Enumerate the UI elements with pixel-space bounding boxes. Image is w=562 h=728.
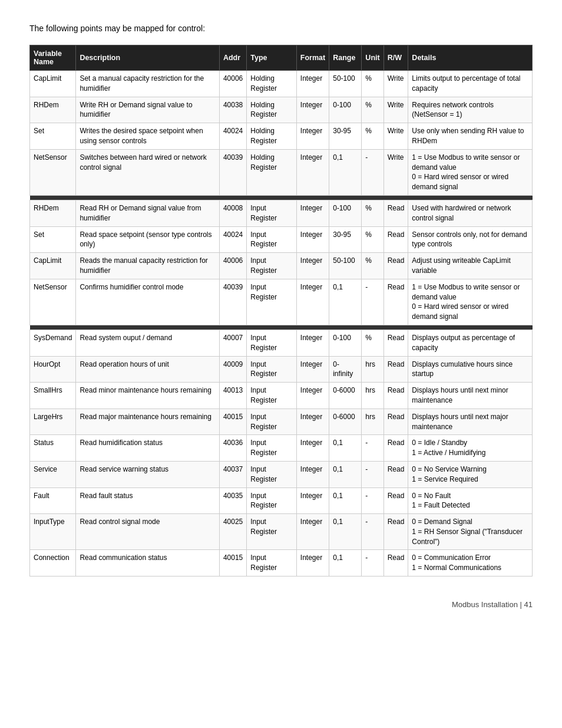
cell-range: 50-100 (329, 71, 362, 97)
header-unit: Unit (362, 45, 384, 71)
cell-range: 0,1 (329, 487, 362, 514)
table-row: CapLimitReads the manual capacity restri… (30, 253, 533, 279)
cell-description: Read major maintenance hours remaining (76, 409, 220, 435)
cell-unit: - (362, 487, 384, 514)
table-row: HourOptRead operation hours of unit40009… (30, 356, 533, 383)
cell-range: 0-infinity (329, 356, 362, 383)
cell-format: Integer (296, 71, 329, 97)
cell-addr: 40024 (219, 123, 246, 150)
cell-description: Read system ouput / demand (76, 330, 220, 356)
cell-var-name: CapLimit (30, 71, 76, 97)
cell-var-name: SysDemand (30, 330, 76, 356)
cell-unit: % (362, 330, 384, 356)
cell-description: Read service warning status (76, 461, 220, 487)
cell-details: Use only when sending RH value to RHDem (408, 123, 533, 150)
cell-type: Input Register (247, 550, 297, 577)
cell-details: Requires network controls (NetSensor = 1… (408, 97, 533, 123)
cell-format: Integer (296, 149, 329, 195)
table-row: CapLimitSet a manual capacity restrictio… (30, 71, 533, 97)
cell-range: 30-95 (329, 123, 362, 150)
table-row: SetRead space setpoint (sensor type cont… (30, 226, 533, 253)
cell-var-name: Set (30, 123, 76, 150)
modbus-table: VariableName Description Addr Type Forma… (29, 45, 533, 577)
cell-description: Read humidification status (76, 435, 220, 462)
cell-type: Input Register (247, 200, 297, 226)
cell-var-name: HourOpt (30, 356, 76, 383)
cell-rw: Read (384, 253, 408, 279)
cell-range: 0-100 (329, 200, 362, 226)
cell-details: 1 = Use Modbus to write sensor or demand… (408, 149, 533, 195)
cell-description: Read minor maintenance hours remaining (76, 383, 220, 409)
table-row: NetSensorConfirms humidifier control mod… (30, 279, 533, 325)
cell-description: Set a manual capacity restriction for th… (76, 71, 220, 97)
cell-details: 0 = Idle / Standby1 = Active / Humidifyi… (408, 435, 533, 462)
cell-addr: 40006 (219, 253, 246, 279)
cell-range: 0-6000 (329, 409, 362, 435)
cell-addr: 40025 (219, 514, 246, 550)
cell-var-name: NetSensor (30, 149, 76, 195)
cell-var-name: RHDem (30, 200, 76, 226)
cell-description: Switches between hard wired or network c… (76, 149, 220, 195)
cell-format: Integer (296, 356, 329, 383)
table-row: StatusRead humidification status40036Inp… (30, 435, 533, 462)
cell-range: 0,1 (329, 149, 362, 195)
cell-addr: 40036 (219, 435, 246, 462)
cell-details: Displays hours until next minor maintena… (408, 383, 533, 409)
cell-range: 0,1 (329, 435, 362, 462)
table-header-row: VariableName Description Addr Type Forma… (30, 45, 533, 71)
cell-rw: Read (384, 550, 408, 577)
cell-description: Write RH or Demand signal value to humid… (76, 97, 220, 123)
cell-var-name: RHDem (30, 97, 76, 123)
header-range: Range (329, 45, 362, 71)
cell-range: 0,1 (329, 550, 362, 577)
cell-range: 0-100 (329, 330, 362, 356)
cell-addr: 40007 (219, 330, 246, 356)
cell-var-name: Connection (30, 550, 76, 577)
cell-type: Input Register (247, 461, 297, 487)
cell-addr: 40035 (219, 487, 246, 514)
table-row: NetSensorSwitches between hard wired or … (30, 149, 533, 195)
header-variable-name: VariableName (30, 45, 76, 71)
cell-range: 0,1 (329, 461, 362, 487)
cell-type: Holding Register (247, 71, 297, 97)
cell-rw: Read (384, 330, 408, 356)
cell-rw: Read (384, 356, 408, 383)
cell-description: Read communication status (76, 550, 220, 577)
cell-details: Used with hardwired or network control s… (408, 200, 533, 226)
cell-description: Reads the manual capacity restriction fo… (76, 253, 220, 279)
cell-description: Read fault status (76, 487, 220, 514)
table-row: SetWrites the desired space setpoint whe… (30, 123, 533, 150)
cell-format: Integer (296, 383, 329, 409)
cell-rw: Read (384, 279, 408, 325)
cell-unit: - (362, 514, 384, 550)
cell-format: Integer (296, 461, 329, 487)
page-footer: Modbus Installation | 41 (29, 600, 533, 609)
cell-range: 0,1 (329, 279, 362, 325)
cell-rw: Read (384, 200, 408, 226)
cell-unit: - (362, 279, 384, 325)
header-type: Type (247, 45, 297, 71)
cell-format: Integer (296, 200, 329, 226)
cell-var-name: SmallHrs (30, 383, 76, 409)
cell-format: Integer (296, 253, 329, 279)
cell-format: Integer (296, 226, 329, 253)
cell-format: Integer (296, 97, 329, 123)
cell-format: Integer (296, 409, 329, 435)
cell-range: 0-6000 (329, 383, 362, 409)
cell-var-name: CapLimit (30, 253, 76, 279)
cell-details: Adjust using writeable CapLimit variable (408, 253, 533, 279)
table-row: SysDemandRead system ouput / demand40007… (30, 330, 533, 356)
cell-var-name: Set (30, 226, 76, 253)
cell-description: Read control signal mode (76, 514, 220, 550)
cell-var-name: Status (30, 435, 76, 462)
cell-type: Input Register (247, 253, 297, 279)
cell-details: Displays cumulative hours since startup (408, 356, 533, 383)
cell-type: Input Register (247, 487, 297, 514)
cell-rw: Write (384, 71, 408, 97)
cell-unit: % (362, 97, 384, 123)
cell-addr: 40015 (219, 409, 246, 435)
cell-range: 30-95 (329, 226, 362, 253)
cell-type: Input Register (247, 226, 297, 253)
cell-addr: 40013 (219, 383, 246, 409)
cell-rw: Read (384, 435, 408, 462)
